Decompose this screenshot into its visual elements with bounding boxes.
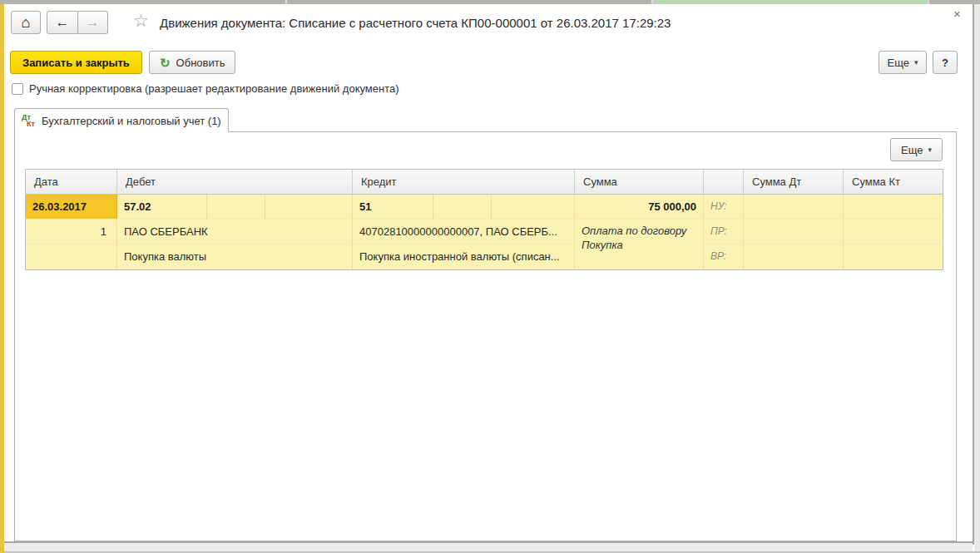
col-header-debit: Дебет <box>117 170 353 195</box>
cell-debit-analytics-1[interactable]: ПАО СБЕРБАНК <box>117 220 353 244</box>
col-header-amount-kt: Сумма Кт <box>844 170 943 195</box>
movements-table: Дата Дебет Кредит Сумма Сумма Дт Сумма К… <box>25 169 943 270</box>
forward-icon: → <box>86 15 99 30</box>
more-button-top[interactable]: Еще ▾ <box>879 51 927 74</box>
chevron-down-icon: ▾ <box>928 146 932 154</box>
debit-credit-icon: Дт Кт <box>22 114 37 128</box>
cell-empty[interactable] <box>265 195 353 220</box>
help-button[interactable]: ? <box>933 51 958 74</box>
refresh-label: Обновить <box>176 57 225 69</box>
cell-amount-kt[interactable] <box>844 220 943 244</box>
cell-amount-dt[interactable] <box>744 195 844 220</box>
cell-amount-dt[interactable] <box>744 220 844 244</box>
tab-accounting-tax[interactable]: Дт Кт Бухгалтерский и налоговый учет (1) <box>14 108 229 132</box>
cell-date-selected[interactable]: 26.03.2017 <box>26 195 117 220</box>
more-button-table[interactable]: Еще ▾ <box>890 138 943 161</box>
history-nav-group: ← → <box>47 11 108 34</box>
col-header-amount: Сумма <box>575 170 704 195</box>
cell-debit-account[interactable]: 57.02 <box>117 195 207 220</box>
col-header-date: Дата <box>26 170 117 195</box>
cell-amount-comment[interactable]: Оплата по договору Покупка <box>575 220 704 269</box>
save-and-close-button[interactable]: Записать и закрыть <box>10 51 142 74</box>
credit-icon-text: Кт <box>27 120 35 128</box>
more-label: Еще <box>888 57 909 69</box>
help-label: ? <box>942 57 948 69</box>
cell-empty[interactable] <box>207 195 265 220</box>
col-header-credit: Кредит <box>353 170 575 195</box>
cell-amount-dt[interactable] <box>744 244 844 269</box>
back-button[interactable]: ← <box>47 11 78 34</box>
movements-window: ⌂ ← → ☆ Движения документа: Списание с р… <box>0 0 980 553</box>
cell-empty[interactable] <box>433 195 492 220</box>
col-header-amount-dt: Сумма Дт <box>744 170 844 195</box>
more-label: Еще <box>901 144 923 156</box>
cell-empty[interactable] <box>492 195 575 220</box>
forward-button[interactable]: → <box>78 11 109 34</box>
cell-tax-vr[interactable]: ВР: <box>704 244 744 269</box>
cell-tax-nu[interactable]: НУ: <box>704 195 744 220</box>
refresh-button[interactable]: ↻ Обновить <box>149 51 235 74</box>
cell-debit-analytics-2[interactable]: Покупка валюты <box>117 244 353 269</box>
close-icon[interactable]: × <box>953 7 961 21</box>
cell-tax-pr[interactable]: ПР: <box>704 220 744 244</box>
top-strip-separator <box>651 0 653 4</box>
chevron-down-icon: ▾ <box>914 58 918 67</box>
cell-empty[interactable] <box>26 244 117 269</box>
refresh-icon: ↻ <box>160 57 171 69</box>
top-strip-separator <box>285 0 287 4</box>
window-title: Движения документа: Списание с расчетног… <box>160 12 671 35</box>
tab-label: Бухгалтерский и налоговый учет (1) <box>42 115 221 127</box>
col-header-tax <box>704 170 744 195</box>
manual-adjustment-label: Ручная корректировка (разрешает редактир… <box>29 82 399 96</box>
background-right-strip <box>974 4 980 553</box>
cell-credit-analytics-1[interactable]: 40702810000000000007, ПАО СБЕРБ... <box>353 220 575 244</box>
top-strip-separator <box>928 0 929 4</box>
cell-line-number[interactable]: 1 <box>26 220 117 244</box>
manual-adjustment-checkbox[interactable] <box>12 83 23 95</box>
background-left-strip <box>0 4 4 553</box>
home-button[interactable]: ⌂ <box>11 11 41 34</box>
cell-credit-account[interactable]: 51 <box>353 195 433 220</box>
home-icon: ⌂ <box>22 15 31 30</box>
background-top-strip-green <box>653 0 928 4</box>
back-icon: ← <box>56 15 69 30</box>
cell-amount-kt[interactable] <box>844 244 943 269</box>
cell-credit-analytics-2[interactable]: Покупка иностранной валюты (списан... <box>353 244 575 269</box>
favorite-star-icon[interactable]: ☆ <box>133 12 149 29</box>
cell-amount[interactable]: 75 000,00 <box>575 195 704 220</box>
cell-amount-kt[interactable] <box>844 195 943 220</box>
save-and-close-label: Записать и закрыть <box>22 57 130 69</box>
